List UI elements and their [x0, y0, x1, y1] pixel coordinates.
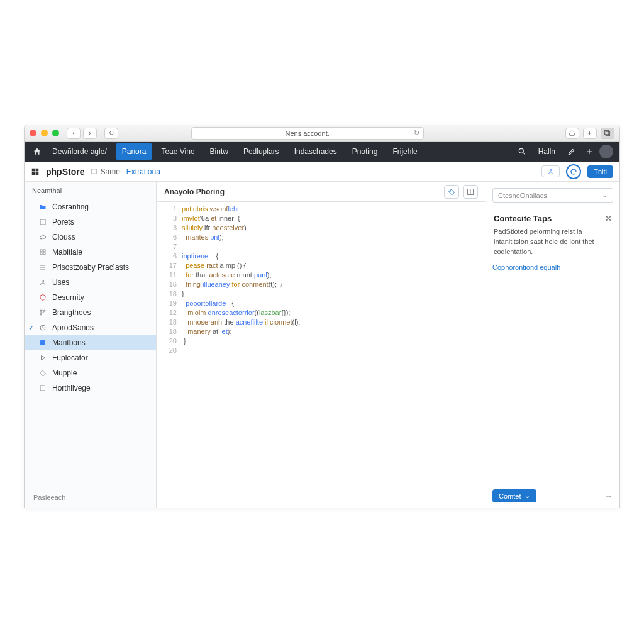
topnav-item-5[interactable]: Indaschades — [288, 143, 343, 160]
svg-rect-4 — [36, 168, 39, 171]
svg-rect-13 — [43, 253, 45, 255]
topnav-item-4[interactable]: Pedluplars — [237, 143, 286, 160]
forward-button[interactable]: › — [83, 128, 97, 139]
sidebar-item-prisostzoaby pracìasts[interactable]: Prisostzoaby Pracìasts — [25, 260, 156, 275]
line-number: 17 — [157, 261, 177, 270]
topnav-item-7[interactable]: Frijehle — [386, 143, 423, 160]
topnav-item-0[interactable]: Dewñlorde agle/ — [46, 143, 113, 160]
titlebar: ‹ › ↻ Nens accodnt. ↻ ＋ — [25, 125, 619, 142]
sidebar-item-porets[interactable]: Porets — [25, 214, 156, 230]
sidebar-item-mabitlale[interactable]: Mabitlale — [25, 245, 156, 260]
search-icon[interactable] — [514, 144, 530, 159]
extractions-link[interactable]: Extrationa — [126, 167, 160, 176]
code-line[interactable]: marites pnl); — [182, 233, 486, 242]
home-icon[interactable] — [31, 145, 43, 158]
code-area[interactable]: pntlubris wsonflehtimvlot'6a et inner {s… — [182, 202, 486, 508]
user-label[interactable]: Halln — [532, 143, 562, 160]
code-line[interactable] — [182, 242, 486, 252]
play-icon — [38, 353, 47, 362]
code-line[interactable]: } — [182, 336, 486, 346]
sidebar-item-mupple[interactable]: Mupple — [25, 365, 156, 380]
avatar[interactable] — [599, 145, 613, 158]
line-number: 20 — [157, 346, 177, 355]
sidebar-item-fuplocator[interactable]: Fuplocator — [25, 350, 156, 365]
sidebar-item-desurnity[interactable]: Desurnity — [25, 290, 156, 305]
layout-tool-icon[interactable] — [463, 185, 478, 199]
code-line[interactable]: pntlubris wsonfleht — [182, 204, 486, 214]
maximize-window-icon[interactable] — [52, 130, 59, 136]
top-nav: Dewñlorde agle/PanoraTeae VineBintwPedlu… — [25, 142, 619, 162]
code-line[interactable]: manery at let); — [182, 327, 486, 336]
toolbar-icons: ＋ — [565, 128, 614, 139]
back-button[interactable]: ‹ — [67, 128, 80, 139]
card-link[interactable]: Copnorontiond equalh — [492, 264, 560, 271]
code-line[interactable]: } — [182, 289, 486, 299]
code-line[interactable]: for that actcsate mant punl); — [182, 270, 486, 280]
line-number: 19 — [157, 299, 177, 308]
code-editor[interactable]: 13367617111618191218182020 pntlubris wso… — [157, 202, 486, 508]
code-line[interactable]: sllulely lfr neesteiver) — [182, 223, 486, 233]
add-tab-icon[interactable]: ＋ — [583, 128, 597, 139]
sidebar-footer: Pasleeach — [25, 487, 156, 508]
url-bar[interactable]: Nens accodnt. ↻ — [191, 127, 424, 140]
code-line[interactable]: pease ract a mp () { — [182, 261, 486, 270]
svg-point-2 — [519, 148, 523, 153]
folder-icon — [38, 203, 47, 211]
list-icon — [38, 263, 47, 272]
sidebar-item-aprodsands[interactable]: ✓AprodSands — [25, 320, 156, 335]
context-button[interactable]: Comtet ⌄ — [492, 489, 536, 502]
minimize-window-icon[interactable] — [41, 130, 48, 136]
sync-button[interactable] — [566, 164, 581, 179]
code-line[interactable] — [182, 346, 486, 355]
edit-icon[interactable] — [564, 144, 579, 159]
svg-point-15 — [40, 310, 42, 311]
tabs-icon[interactable] — [601, 128, 614, 139]
check-icon: ✓ — [28, 324, 34, 332]
code-line[interactable]: mlolm dnreseactorrior((laszbar{}); — [182, 308, 486, 318]
code-line[interactable]: imvlot'6a et inner { — [182, 214, 486, 223]
topnav-item-2[interactable]: Teae Vine — [155, 143, 201, 160]
branch-icon — [38, 308, 47, 317]
arrow-right-icon[interactable]: → — [604, 491, 613, 501]
sidebar-item-cosranting[interactable]: Cosranting — [25, 199, 156, 214]
chevron-down-icon: ⌄ — [525, 492, 530, 500]
sidebar-item-label: Uses — [52, 278, 69, 287]
plus-icon[interactable] — [582, 144, 597, 159]
topnav-item-6[interactable]: Pnoting — [346, 143, 384, 160]
main-header: Anayolo Phoring — [157, 182, 486, 202]
sidebar-item-brangthees[interactable]: Brangthees — [25, 305, 156, 320]
code-line[interactable]: mnoseranh the acneflilte il cionnet(l); — [182, 318, 486, 327]
share-icon[interactable] — [565, 128, 579, 139]
close-window-icon[interactable] — [30, 130, 36, 136]
right-dropdown[interactable]: CtesneOnaliacs ⌄ — [492, 188, 613, 203]
sidebar-item-uses[interactable]: Uses — [25, 275, 156, 290]
reader-icon[interactable]: ↻ — [414, 129, 419, 137]
sidebar-item-horthilvege[interactable]: Horthilvege — [25, 380, 156, 396]
traffic-lights — [30, 130, 59, 136]
share-button[interactable] — [541, 165, 560, 177]
cloud-icon — [38, 233, 47, 242]
reload-button[interactable]: ↻ — [104, 128, 118, 139]
sidebar-item-label: Horthilvege — [52, 384, 91, 392]
code-line[interactable]: inptirene { — [182, 252, 486, 261]
body: Neamthal CosrantingPoretsCloussMabitlale… — [25, 182, 619, 508]
shield-icon — [38, 293, 47, 302]
code-line[interactable]: fning illueaney for conment(t); / — [182, 280, 486, 289]
code-line[interactable]: poportollarde { — [182, 299, 486, 308]
sidebar-item-label: Porets — [52, 218, 74, 226]
card-title: Contecite Taps — [494, 214, 552, 223]
topnav-item-1[interactable]: Panora — [116, 143, 153, 160]
sidebar-item-mantbons[interactable]: Mantbons — [25, 335, 156, 350]
tips-card: Contecite Taps ✕ PadStioted pelorming re… — [492, 211, 613, 272]
svg-point-16 — [40, 314, 42, 315]
tag-tool-icon[interactable] — [444, 185, 459, 199]
close-icon[interactable]: ✕ — [605, 214, 612, 223]
line-gutter: 13367617111618191218182020 — [157, 202, 182, 508]
sidebar-item-clouss[interactable]: Clouss — [25, 230, 156, 245]
primary-action-button[interactable]: Tnitl — [587, 165, 613, 178]
reload-icon: ↻ — [109, 130, 114, 136]
app-logo: phpStore — [46, 167, 84, 177]
topnav-item-3[interactable]: Bintw — [204, 143, 235, 160]
same-tab[interactable]: Same — [91, 167, 119, 176]
sidebar-item-label: Fuplocator — [52, 353, 88, 362]
